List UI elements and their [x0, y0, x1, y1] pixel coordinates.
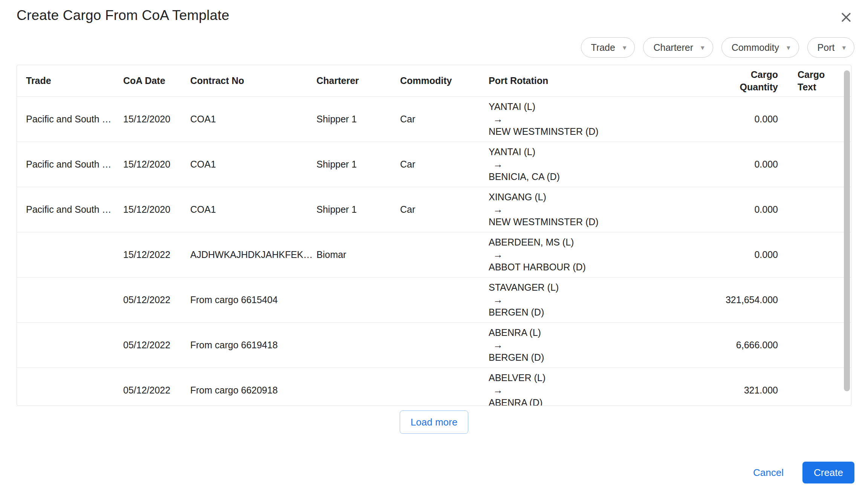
cell-commodity: Car	[400, 158, 489, 171]
column-header-port-rotation: Port Rotation	[489, 75, 716, 87]
column-header-contract-no: Contract No	[190, 75, 316, 87]
cancel-button[interactable]: Cancel	[753, 467, 784, 479]
filter-charterer-dropdown[interactable]: Charterer ▾	[643, 37, 713, 58]
cell-port-rotation: STAVANGER (L)→BERGEN (D)	[489, 278, 716, 322]
column-header-charterer: Charterer	[316, 75, 400, 87]
route-arrow-icon: →	[493, 339, 707, 351]
cell-trade: Pacific and South …	[26, 113, 123, 125]
cell-trade: Pacific and South …	[26, 203, 123, 216]
filter-charterer-label: Charterer	[653, 42, 693, 53]
column-header-cargo-text: Cargo Text	[784, 69, 844, 93]
cell-trade: Pacific and South …	[26, 158, 123, 171]
cell-coa-date: 05/12/2022	[123, 339, 190, 351]
create-button[interactable]: Create	[802, 462, 854, 483]
column-header-commodity: Commodity	[400, 75, 489, 87]
table-row[interactable]: 05/12/2022From cargo 6619418ABENRA (L)→B…	[17, 323, 851, 368]
port-segment: YANTAI (L)	[489, 101, 535, 112]
cell-contract-no: From cargo 6615404	[190, 294, 316, 306]
cell-port-rotation: ABENRA (L)→BERGEN (D)	[489, 323, 716, 368]
cell-coa-date: 15/12/2020	[123, 113, 190, 125]
port-segment: XINGANG (L)	[489, 192, 546, 202]
route-arrow-icon: →	[493, 249, 707, 261]
port-segment: →BERGEN (D)	[489, 339, 712, 363]
close-icon	[839, 10, 854, 25]
filter-commodity-dropdown[interactable]: Commodity ▾	[721, 37, 799, 58]
column-header-coa-date: CoA Date	[123, 75, 190, 87]
port-segment: →BENICIA, CA (D)	[489, 158, 712, 182]
route-arrow-icon: →	[493, 384, 707, 396]
chevron-down-icon: ▾	[701, 44, 704, 51]
column-header-trade: Trade	[26, 75, 123, 87]
cell-cargo-quantity: 0.000	[716, 113, 784, 125]
cell-coa-date: 15/12/2020	[123, 203, 190, 216]
filter-row: Trade ▾ Charterer ▾ Commodity ▾ Port ▾	[581, 37, 854, 58]
cell-port-rotation: XINGANG (L)→NEW WESTMINSTER (D)	[489, 187, 716, 232]
load-more-row: Load more	[0, 410, 868, 434]
page-title: Create Cargo From CoA Template	[17, 8, 229, 23]
cell-charterer: Shipper 1	[316, 203, 400, 216]
cell-contract-no: COA1	[190, 203, 316, 216]
table-header-row: Trade CoA Date Contract No Charterer Com…	[17, 65, 851, 97]
chevron-down-icon: ▾	[787, 44, 790, 51]
chevron-down-icon: ▾	[623, 44, 627, 51]
table-row[interactable]: Pacific and South …15/12/2020COA1Shipper…	[17, 97, 851, 142]
column-header-cargo-quantity: Cargo Quantity	[716, 69, 784, 93]
cell-charterer: Biomar	[316, 249, 400, 261]
cell-charterer: Shipper 1	[316, 113, 400, 125]
cell-contract-no: COA1	[190, 158, 316, 171]
cell-contract-no: COA1	[190, 113, 316, 125]
port-segment: ABERDEEN, MS (L)	[489, 237, 574, 247]
dialog-footer: Cancel Create	[753, 462, 854, 483]
chevron-down-icon: ▾	[842, 44, 846, 51]
cell-charterer: Shipper 1	[316, 158, 400, 171]
filter-port-dropdown[interactable]: Port ▾	[807, 37, 854, 58]
cell-commodity: Car	[400, 203, 489, 216]
cell-contract-no: AJDHWKAJHDKJAHKFEK…	[190, 249, 316, 261]
filter-trade-dropdown[interactable]: Trade ▾	[581, 37, 635, 58]
cell-coa-date: 15/12/2022	[123, 249, 190, 261]
table-body: Pacific and South …15/12/2020COA1Shipper…	[17, 97, 851, 406]
table-row[interactable]: 15/12/2022AJDHWKAJHDKJAHKFEK…BiomarABERD…	[17, 232, 851, 278]
cell-port-rotation: ABERDEEN, MS (L)→ABBOT HARBOUR (D)	[489, 232, 716, 277]
cell-cargo-quantity: 6,666.000	[716, 339, 784, 351]
cell-coa-date: 15/12/2020	[123, 158, 190, 171]
cell-contract-no: From cargo 6619418	[190, 339, 316, 351]
coa-template-table: Trade CoA Date Contract No Charterer Com…	[17, 65, 851, 406]
load-more-button[interactable]: Load more	[400, 410, 468, 434]
route-arrow-icon: →	[493, 113, 707, 125]
cell-port-rotation: ABELVER (L)→ABENRA (D)	[489, 368, 716, 406]
route-arrow-icon: →	[493, 203, 707, 216]
table-scrollbar[interactable]	[844, 67, 850, 403]
port-segment: →ABENRA (D)	[489, 384, 712, 406]
port-segment: YANTAI (L)	[489, 146, 535, 157]
table-row[interactable]: 05/12/2022From cargo 6620918ABELVER (L)→…	[17, 368, 851, 406]
filter-commodity-label: Commodity	[732, 42, 779, 53]
table-row[interactable]: Pacific and South …15/12/2020COA1Shipper…	[17, 142, 851, 187]
port-segment: →BERGEN (D)	[489, 294, 712, 317]
cell-port-rotation: YANTAI (L)→BENICIA, CA (D)	[489, 142, 716, 187]
close-button[interactable]	[838, 9, 854, 26]
cell-coa-date: 05/12/2022	[123, 384, 190, 396]
port-segment: →NEW WESTMINSTER (D)	[489, 203, 712, 227]
port-segment: ABELVER (L)	[489, 372, 546, 383]
cell-cargo-quantity: 0.000	[716, 203, 784, 216]
cell-port-rotation: YANTAI (L)→NEW WESTMINSTER (D)	[489, 97, 716, 142]
route-arrow-icon: →	[493, 294, 707, 306]
port-segment: →NEW WESTMINSTER (D)	[489, 113, 712, 137]
cell-cargo-quantity: 321,654.000	[716, 294, 784, 306]
table-row[interactable]: Pacific and South …15/12/2020COA1Shipper…	[17, 187, 851, 232]
cell-commodity: Car	[400, 113, 489, 125]
cell-cargo-quantity: 0.000	[716, 158, 784, 171]
cell-cargo-quantity: 0.000	[716, 249, 784, 261]
port-segment: STAVANGER (L)	[489, 282, 559, 293]
cell-contract-no: From cargo 6620918	[190, 384, 316, 396]
filter-trade-label: Trade	[591, 42, 615, 53]
route-arrow-icon: →	[493, 158, 707, 171]
cell-coa-date: 05/12/2022	[123, 294, 190, 306]
port-segment: ABENRA (L)	[489, 327, 541, 338]
port-segment: →ABBOT HARBOUR (D)	[489, 249, 712, 272]
filter-port-label: Port	[818, 42, 835, 53]
table-row[interactable]: 05/12/2022From cargo 6615404STAVANGER (L…	[17, 278, 851, 323]
cell-cargo-quantity: 321.000	[716, 384, 784, 396]
scrollbar-thumb[interactable]	[844, 70, 850, 391]
